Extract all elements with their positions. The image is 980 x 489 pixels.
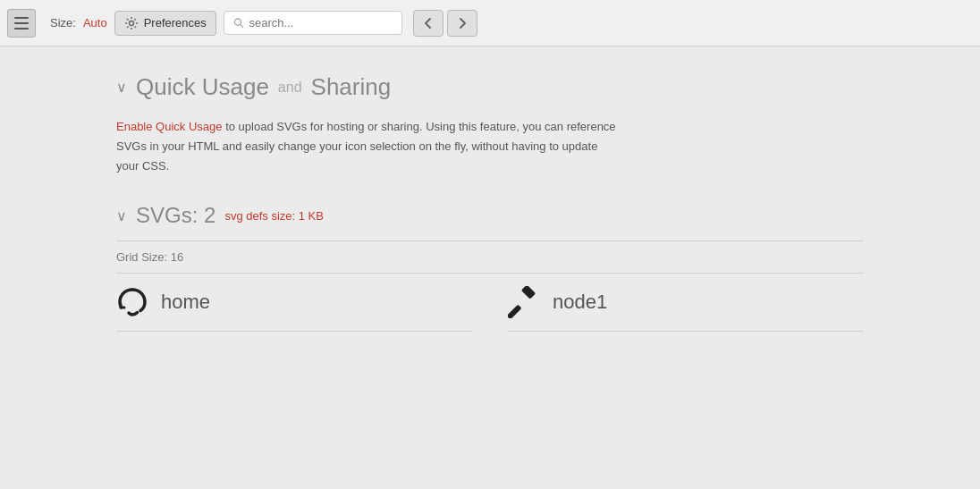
grid-size-bar: Grid Size: 16 <box>116 240 864 264</box>
section-title-sharing: Sharing <box>311 73 392 101</box>
icon-row: home node1 <box>116 273 864 332</box>
node1-icon-glyph <box>508 286 540 318</box>
search-input[interactable] <box>249 16 392 30</box>
preferences-label: Preferences <box>144 16 207 30</box>
toolbar: Size: Auto Preferences <box>0 0 980 46</box>
grid-size-label: Grid Size: 16 <box>116 250 183 264</box>
home-svg-icon <box>116 286 148 318</box>
svgs-section: ∨ SVGs: 2 svg defs size: 1 KB Grid Size:… <box>116 203 864 332</box>
back-arrow-icon <box>422 17 435 30</box>
svgs-defs-size: svg defs size: 1 KB <box>224 209 324 223</box>
svg-rect-3 <box>521 286 536 299</box>
search-icon <box>233 17 244 29</box>
search-box <box>224 11 402 35</box>
size-label: Size: <box>50 16 76 30</box>
svgs-collapse-arrow[interactable]: ∨ <box>116 207 127 224</box>
svg-line-2 <box>240 24 242 27</box>
svgs-title: SVGs: 2 <box>136 203 215 228</box>
preferences-button[interactable]: Preferences <box>114 11 216 36</box>
enable-quick-usage-link[interactable]: Enable Quick Usage <box>116 120 223 133</box>
svg-point-0 <box>129 21 133 25</box>
icon-item-node1[interactable]: node1 <box>508 274 864 332</box>
forward-button[interactable] <box>447 10 477 37</box>
home-icon-name: home <box>161 291 210 314</box>
section-description: Enable Quick Usage to upload SVGs for ho… <box>116 117 617 176</box>
icon-item-home[interactable]: home <box>116 274 472 332</box>
menu-button[interactable] <box>7 9 36 38</box>
svgs-header: ∨ SVGs: 2 svg defs size: 1 KB <box>116 203 864 228</box>
size-auto-link[interactable]: Auto <box>83 16 107 30</box>
section-header: ∨ Quick Usage and Sharing <box>116 73 864 101</box>
forward-arrow-icon <box>456 17 469 30</box>
node1-svg-icon <box>508 286 540 318</box>
gear-icon <box>124 16 139 30</box>
quick-usage-section: ∨ Quick Usage and Sharing Enable Quick U… <box>116 73 864 176</box>
section-title-quick-usage: Quick Usage <box>136 73 269 101</box>
home-icon-glyph <box>116 286 148 318</box>
node1-icon-name: node1 <box>553 291 607 314</box>
back-button[interactable] <box>413 10 444 37</box>
svg-rect-4 <box>508 305 521 318</box>
section-title-and: and <box>278 80 302 96</box>
main-content: ∨ Quick Usage and Sharing Enable Quick U… <box>0 46 980 489</box>
collapse-arrow[interactable]: ∨ <box>116 79 127 96</box>
nav-buttons <box>413 10 477 37</box>
